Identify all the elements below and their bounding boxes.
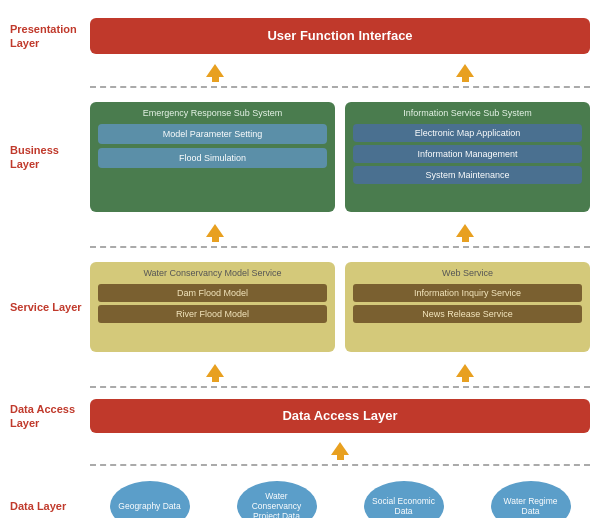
- dal-content: Data Access Layer: [90, 392, 590, 440]
- arrow-stem: [212, 237, 219, 242]
- arrow-row-3: [10, 364, 590, 382]
- social-economic-data: Social Economic Data: [364, 481, 444, 518]
- sep-4: [10, 460, 590, 470]
- diagram-container: PresentationLayer User Function Interfac…: [0, 0, 600, 518]
- arrow-svc-dal-left: [206, 364, 224, 382]
- arrow-stem: [462, 77, 469, 82]
- water-svc-title: Water Conservancy Model Service: [98, 268, 327, 278]
- dal-label: Data AccessLayer: [10, 402, 90, 431]
- arrow-head: [456, 64, 474, 77]
- arrow-row-4: [10, 442, 590, 460]
- business-label: Business Layer: [10, 143, 90, 172]
- emergency-response-subsystem: Emergency Response Sub System Model Para…: [90, 102, 335, 212]
- arrow-biz-svc-right: [456, 224, 474, 242]
- electronic-map-module: Electronic Map Application: [353, 124, 582, 142]
- sep-2: [10, 242, 590, 252]
- arrow-stem: [212, 377, 219, 382]
- web-svc-title: Web Service: [353, 268, 582, 278]
- web-service: Web Service Information Inquiry Service …: [345, 262, 590, 352]
- service-content: Water Conservancy Model Service Dam Floo…: [90, 257, 590, 357]
- arrow-biz-svc-left: [206, 224, 224, 242]
- presentation-label: PresentationLayer: [10, 22, 90, 51]
- news-release-service: News Release Service: [353, 305, 582, 323]
- arrow-dal-data: [331, 442, 349, 460]
- data-layer-row: Data Layer Geography Data Water Conserva…: [10, 470, 590, 518]
- dam-flood-model: Dam Flood Model: [98, 284, 327, 302]
- arrow-pres-biz-left: [206, 64, 224, 82]
- service-layer-row: Service Layer Water Conservancy Model Se…: [10, 252, 590, 362]
- data-label: Data Layer: [10, 499, 90, 513]
- river-flood-model: River Flood Model: [98, 305, 327, 323]
- arrow-stem: [462, 237, 469, 242]
- arrow-row-2: [10, 224, 590, 242]
- arrow-head: [206, 224, 224, 237]
- arrow-head: [206, 364, 224, 377]
- arrow-head: [331, 442, 349, 455]
- flood-simulation-module: Flood Simulation: [98, 148, 327, 168]
- arrow-stem: [462, 377, 469, 382]
- arrow-stem: [212, 77, 219, 82]
- data-access-layer-box: Data Access Layer: [90, 399, 590, 433]
- info-management-module: Information Management: [353, 145, 582, 163]
- sep-1: [10, 82, 590, 92]
- arrow-stem: [337, 455, 344, 460]
- business-layer-row: Business Layer Emergency Response Sub Sy…: [10, 92, 590, 222]
- service-label: Service Layer: [10, 300, 90, 314]
- info-subsystem-title: Information Service Sub System: [353, 108, 582, 118]
- arrow-svc-dal-right: [456, 364, 474, 382]
- arrow-row-1: [10, 64, 590, 82]
- water-regime-data: Water Regime Data: [491, 481, 571, 518]
- arrow-head: [206, 64, 224, 77]
- emergency-subsystem-title: Emergency Response Sub System: [98, 108, 327, 118]
- info-inquiry-service: Information Inquiry Service: [353, 284, 582, 302]
- system-maintenance-module: System Maintenance: [353, 166, 582, 184]
- presentation-layer-row: PresentationLayer User Function Interfac…: [10, 10, 590, 62]
- water-conservancy-service: Water Conservancy Model Service Dam Floo…: [90, 262, 335, 352]
- info-service-subsystem: Information Service Sub System Electroni…: [345, 102, 590, 212]
- business-content: Emergency Response Sub System Model Para…: [90, 97, 590, 217]
- sep-3: [10, 382, 590, 392]
- model-parameter-module: Model Parameter Setting: [98, 124, 327, 144]
- user-function-interface-box: User Function Interface: [90, 18, 590, 54]
- geography-data: Geography Data: [110, 481, 190, 518]
- dal-layer-row: Data AccessLayer Data Access Layer: [10, 392, 590, 440]
- water-conservancy-data: Water Conservancy Project Data: [237, 481, 317, 518]
- arrow-head: [456, 364, 474, 377]
- arrow-head: [456, 224, 474, 237]
- data-content: Geography Data Water Conservancy Project…: [90, 476, 590, 518]
- arrow-pres-biz-right: [456, 64, 474, 82]
- presentation-content: User Function Interface: [90, 10, 590, 62]
